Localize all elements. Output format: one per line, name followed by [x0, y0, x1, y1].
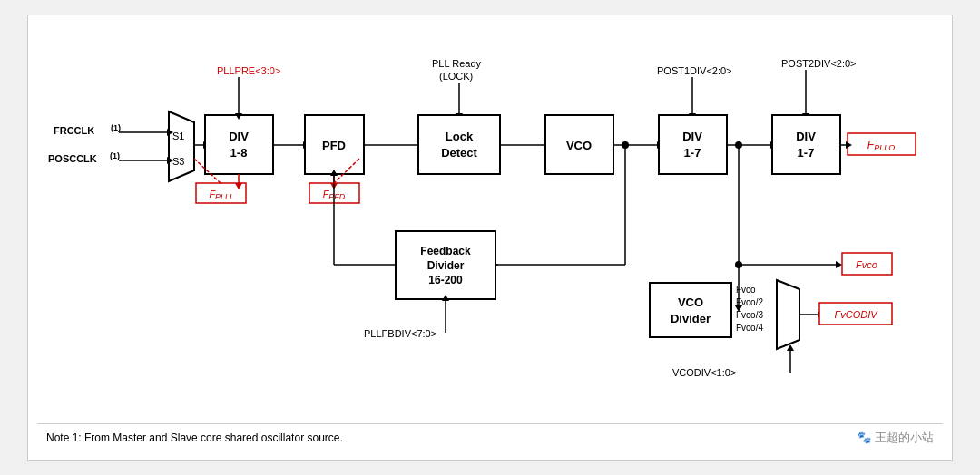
svg-text:POST1DIV<2:0>: POST1DIV<2:0>	[657, 65, 732, 76]
svg-text:POST2DIV<2:0>: POST2DIV<2:0>	[781, 58, 857, 69]
svg-text:1-7: 1-7	[684, 146, 701, 160]
svg-text:(LOCK): (LOCK)	[439, 71, 473, 82]
svg-text:POSCCLK: POSCCLK	[48, 153, 97, 164]
svg-text:Divider: Divider	[671, 312, 710, 325]
note-text: Note 1: From Master and Slave core share…	[46, 431, 343, 444]
svg-text:DIV: DIV	[682, 130, 702, 143]
svg-text:PLL Ready: PLL Ready	[432, 58, 482, 69]
note-area: Note 1: From Master and Slave core share…	[37, 423, 943, 451]
svg-text:Detect: Detect	[441, 146, 477, 160]
svg-text:1-7: 1-7	[798, 146, 815, 160]
svg-text:Fvco/3: Fvco/3	[736, 310, 763, 320]
svg-rect-13	[205, 115, 273, 174]
svg-text:Feedback: Feedback	[420, 245, 471, 257]
svg-text:FRCCLK: FRCCLK	[54, 125, 94, 136]
svg-text:S3: S3	[172, 156, 184, 167]
svg-text:Fvco: Fvco	[856, 259, 877, 270]
svg-marker-0	[169, 111, 194, 181]
diagram-svg: S1 S3 FRCCLK (1) POSCCLK (1) DIV 1-8 PLL…	[37, 24, 943, 423]
svg-rect-87	[650, 283, 731, 337]
svg-text:(1): (1)	[111, 123, 121, 132]
diagram-area: S1 S3 FRCCLK (1) POSCCLK (1) DIV 1-8 PLL…	[37, 24, 943, 423]
svg-text:Lock: Lock	[446, 130, 474, 143]
diagram-container: S1 S3 FRCCLK (1) POSCCLK (1) DIV 1-8 PLL…	[27, 15, 953, 461]
svg-text:Fvco: Fvco	[736, 285, 756, 295]
svg-text:Fvco/4: Fvco/4	[736, 323, 763, 333]
svg-text:FvCODIV: FvCODIV	[834, 309, 878, 320]
svg-rect-37	[418, 115, 500, 174]
svg-text:1-8: 1-8	[230, 146, 248, 160]
svg-text:PLLPRE<3:0>: PLLPRE<3:0>	[217, 65, 280, 76]
svg-marker-94	[777, 280, 799, 349]
svg-text:S1: S1	[172, 131, 184, 141]
svg-text:PLLFBDIV<7:0>: PLLFBDIV<7:0>	[364, 328, 436, 339]
svg-marker-82	[836, 261, 842, 268]
svg-text:DIV: DIV	[229, 130, 249, 143]
svg-text:VCO: VCO	[678, 296, 703, 309]
svg-text:DIV: DIV	[796, 130, 816, 143]
svg-text:Divider: Divider	[427, 259, 465, 272]
svg-rect-50	[659, 115, 727, 174]
svg-text:PFD: PFD	[322, 139, 346, 152]
svg-text:Fvco/2: Fvco/2	[736, 297, 763, 307]
watermark: 🐾 王超的小站	[857, 430, 934, 446]
svg-rect-59	[772, 115, 840, 174]
svg-text:VCO: VCO	[566, 139, 592, 152]
svg-text:16-200: 16-200	[428, 274, 463, 286]
svg-text:VCODIV<1:0>: VCODIV<1:0>	[672, 367, 736, 378]
svg-text:(1): (1)	[110, 151, 120, 160]
